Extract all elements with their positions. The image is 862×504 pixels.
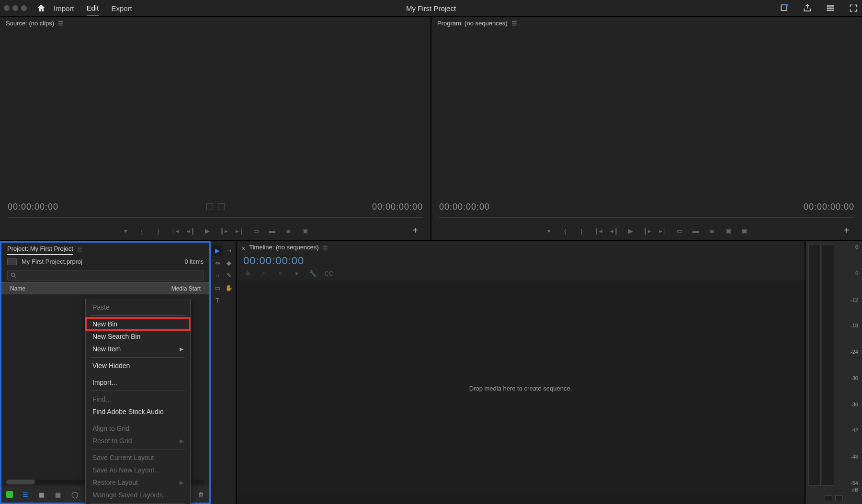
menu-find-stock-audio[interactable]: Find Adobe Stock Audio bbox=[86, 405, 190, 418]
fullscreen-icon[interactable] bbox=[849, 3, 858, 13]
solo-left-icon[interactable] bbox=[825, 495, 832, 501]
minimize-window[interactable] bbox=[12, 5, 18, 11]
menu-new-search-bin[interactable]: New Search Bin bbox=[86, 330, 190, 343]
freeform-view-icon[interactable]: ▤ bbox=[55, 491, 62, 498]
icon-view-icon[interactable]: ▦ bbox=[39, 491, 45, 498]
lift-icon[interactable]: ▭ bbox=[676, 227, 683, 235]
source-monitor: Source: (no clips) ☰ 00:00:00:00 00:00:0… bbox=[0, 17, 431, 240]
project-file-icon bbox=[7, 258, 17, 265]
timeline-tab[interactable]: Timeline: (no sequences) bbox=[249, 244, 318, 253]
linked-selection-icon[interactable]: ∩ bbox=[260, 269, 268, 278]
go-in-icon[interactable]: ❘◂ bbox=[594, 227, 602, 235]
hand-tool-icon[interactable]: ✋ bbox=[224, 282, 234, 293]
go-in-icon[interactable]: ❘◂ bbox=[171, 227, 179, 235]
project-tab[interactable]: Project: My First Project bbox=[7, 245, 73, 255]
source-preview bbox=[0, 29, 431, 200]
timeline-body[interactable]: Drop media here to create sequence. bbox=[237, 280, 805, 495]
pen-tool-icon[interactable]: ✎ bbox=[224, 270, 234, 280]
type-tool-icon[interactable]: T bbox=[212, 295, 223, 305]
step-back-icon[interactable]: ◂❙ bbox=[611, 227, 618, 235]
menu-new-bin[interactable]: New Bin bbox=[86, 318, 190, 330]
share-icon[interactable] bbox=[803, 3, 812, 13]
track-select-tool-icon[interactable]: ⇢ bbox=[224, 245, 234, 256]
play-icon[interactable]: ▶ bbox=[627, 227, 635, 235]
rectangle-tool-icon[interactable]: ▭ bbox=[212, 282, 223, 293]
source-monitor-label: Source: (no clips) ☰ bbox=[0, 17, 431, 29]
step-fwd-icon[interactable]: ❙▸ bbox=[220, 227, 227, 235]
menu-save-as-layout: Save As New Layout... bbox=[86, 464, 190, 476]
panel-menu-icon[interactable]: ☰ bbox=[77, 247, 82, 254]
add-marker-icon[interactable]: ▿ bbox=[276, 269, 284, 278]
selection-tool-icon[interactable]: ▶ bbox=[212, 245, 223, 256]
meter-bars bbox=[808, 244, 834, 486]
nav-export[interactable]: Export bbox=[111, 1, 132, 15]
slip-tool-icon[interactable]: ↔ bbox=[212, 270, 223, 280]
col-media-start[interactable]: Media Start bbox=[171, 285, 201, 292]
timeline-timecode[interactable]: 00:00:00:00 bbox=[237, 253, 805, 269]
insert-icon[interactable]: ▭ bbox=[252, 227, 260, 235]
play-icon[interactable]: ▶ bbox=[204, 227, 211, 235]
settings-wrench-icon[interactable]: 🔧 bbox=[308, 269, 317, 278]
button-editor-icon[interactable]: + bbox=[412, 225, 418, 236]
mark-out-icon[interactable]: } bbox=[155, 227, 162, 235]
col-name[interactable]: Name bbox=[10, 285, 25, 292]
export-frame-icon[interactable]: ◙ bbox=[285, 227, 293, 235]
go-out-icon[interactable]: ▸❘ bbox=[659, 227, 667, 235]
nav-edit[interactable]: Edit bbox=[87, 1, 99, 16]
home-icon[interactable] bbox=[36, 3, 46, 13]
resolution-icon[interactable] bbox=[218, 203, 225, 210]
timeline-empty-hint: Drop media here to create sequence. bbox=[469, 384, 572, 392]
add-marker-icon[interactable]: ▾ bbox=[122, 227, 130, 235]
captions-icon[interactable]: CC bbox=[325, 269, 333, 278]
timeline-marker-icon[interactable]: ▾ bbox=[292, 269, 301, 278]
source-tc-right: 00:00:00:00 bbox=[372, 202, 423, 212]
mark-out-icon[interactable]: } bbox=[578, 227, 586, 235]
menu-import[interactable]: Import... bbox=[86, 376, 190, 389]
safe-margins-icon[interactable]: ▣ bbox=[301, 227, 309, 235]
svg-point-2 bbox=[11, 273, 14, 276]
source-scrub[interactable] bbox=[8, 217, 423, 218]
source-transport: ▾ { } ❘◂ ◂❙ ▶ ❙▸ ▸❘ ▭ ▬ ◙ ▣ bbox=[122, 227, 309, 235]
step-fwd-icon[interactable]: ❙▸ bbox=[643, 227, 651, 235]
fit-icon[interactable] bbox=[206, 203, 213, 210]
button-editor-icon[interactable]: + bbox=[844, 225, 850, 236]
zoom-window[interactable] bbox=[21, 5, 27, 11]
overwrite-icon[interactable]: ▬ bbox=[269, 227, 276, 235]
mark-in-icon[interactable]: { bbox=[562, 227, 569, 235]
go-out-icon[interactable]: ▸❘ bbox=[236, 227, 244, 235]
menu-manage-layouts: Manage Saved Layouts... bbox=[86, 489, 190, 501]
project-context-menu: Paste New Bin New Search Bin New Item▶ V… bbox=[85, 299, 191, 504]
export-frame-icon[interactable]: ◙ bbox=[708, 227, 716, 235]
trash-icon[interactable]: 🗑 bbox=[198, 491, 204, 498]
close-window[interactable] bbox=[4, 5, 10, 11]
panel-menu-icon[interactable]: ☰ bbox=[511, 20, 517, 27]
step-back-icon[interactable]: ◂❙ bbox=[187, 227, 195, 235]
project-search-input[interactable] bbox=[7, 270, 204, 280]
panel-menu-icon[interactable]: ☰ bbox=[323, 245, 328, 252]
ripple-edit-tool-icon[interactable]: ⇔ bbox=[212, 258, 223, 268]
writable-icon[interactable] bbox=[6, 491, 13, 498]
chevron-right-icon: ▶ bbox=[180, 346, 183, 352]
nav-import[interactable]: Import bbox=[54, 1, 74, 15]
comparison-view-icon[interactable]: ▣ bbox=[725, 227, 732, 235]
timeline-toggles: ※ ∩ ▿ ▾ 🔧 CC bbox=[237, 269, 805, 280]
add-marker-icon[interactable]: ▾ bbox=[545, 227, 553, 235]
snap-icon[interactable]: ※ bbox=[243, 269, 252, 278]
solo-right-icon[interactable] bbox=[835, 495, 843, 501]
list-view-icon[interactable]: ☰ bbox=[23, 491, 29, 498]
safe-margins-icon[interactable]: ▣ bbox=[741, 227, 749, 235]
extract-icon[interactable]: ▬ bbox=[692, 227, 700, 235]
panel-menu-icon[interactable]: ☰ bbox=[58, 20, 64, 27]
menu-view-hidden[interactable]: View Hidden bbox=[86, 359, 190, 372]
chevron-right-icon: ▶ bbox=[180, 438, 183, 444]
rolling-edit-tool-icon[interactable]: ◆ bbox=[224, 258, 234, 268]
timeline-panel: × Timeline: (no sequences) ☰ 00:00:00:00… bbox=[237, 241, 805, 504]
program-scrub[interactable] bbox=[439, 217, 854, 218]
quick-export-icon[interactable] bbox=[780, 3, 789, 13]
zoom-slider-icon[interactable]: ◯ bbox=[71, 491, 78, 498]
workspaces-icon[interactable] bbox=[826, 3, 835, 13]
mark-in-icon[interactable]: { bbox=[138, 227, 146, 235]
program-tc-right: 00:00:00:00 bbox=[804, 202, 854, 212]
close-tab-icon[interactable]: × bbox=[241, 245, 245, 252]
menu-new-item[interactable]: New Item▶ bbox=[86, 343, 190, 355]
